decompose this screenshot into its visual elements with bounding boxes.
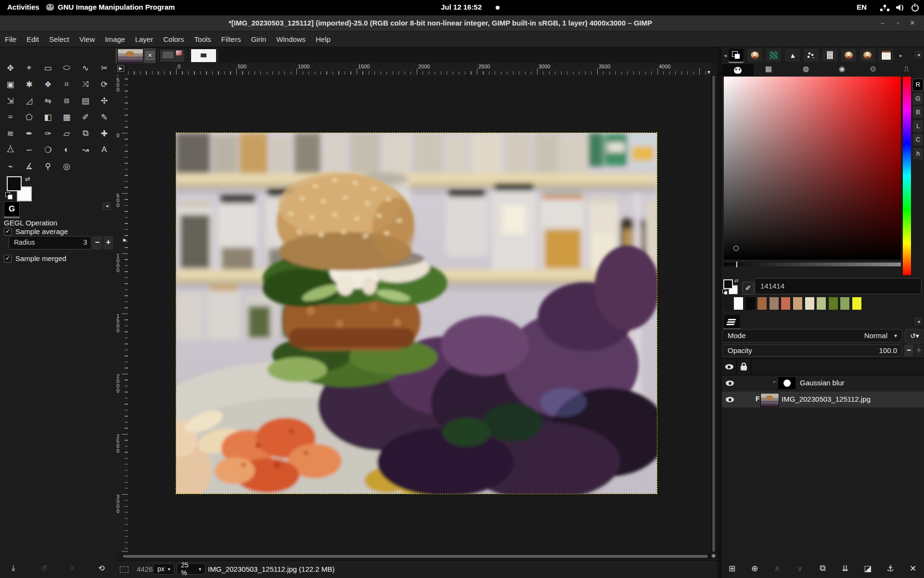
menu-help[interactable]: Help (312, 33, 334, 45)
dock-tab-images[interactable] (879, 49, 894, 62)
channel-button-L[interactable]: L (913, 120, 923, 132)
opacity-slider[interactable]: Opacity 100.0 (722, 344, 902, 356)
duplicate-layer-button[interactable]: ⧉ (815, 564, 830, 573)
lock-column-header[interactable] (736, 359, 751, 375)
color-tab-palette[interactable]: ⊙ (870, 65, 876, 73)
menu-view[interactable]: View (76, 33, 99, 45)
image-tab-burger[interactable]: ✕ (116, 48, 156, 63)
layers-dialog-tab[interactable] (724, 315, 740, 328)
horizontal-scrollbar[interactable] (122, 554, 711, 559)
color-value-slider[interactable] (724, 263, 901, 266)
tool-blur-sharpen[interactable]: ❍ (38, 142, 57, 158)
activities-button[interactable]: Activities (7, 3, 39, 11)
delete-layer-button[interactable]: ✕ (906, 564, 920, 574)
opacity-decrease-button[interactable]: − (904, 344, 913, 356)
tool-shear[interactable]: ◿ (20, 92, 38, 109)
tool-text[interactable]: A (95, 142, 114, 158)
tool-options-collapse-button[interactable]: ◂ (103, 202, 111, 210)
channel-button-h[interactable]: h (913, 148, 923, 159)
default-colors-icon[interactable] (5, 192, 10, 197)
dock-tab-fonts[interactable] (822, 49, 837, 62)
ruler-corner-button[interactable] (116, 63, 128, 75)
volume-icon[interactable] (896, 4, 900, 11)
tool-select-by-color[interactable]: ❖ (38, 76, 57, 92)
dock-tab-brushes[interactable] (747, 49, 762, 62)
radius-increase-button[interactable]: + (103, 236, 113, 250)
color-tab-cmyk[interactable]: ▦ (765, 65, 772, 73)
color-swatch[interactable] (746, 297, 755, 310)
delete-tool-preset-button[interactable]: ✕ (69, 564, 76, 573)
opacity-increase-button[interactable]: + (914, 344, 924, 356)
tool-mypaint-brush[interactable]: ✑ (38, 125, 57, 142)
tool-align[interactable]: ⌖ (20, 60, 38, 76)
dock-tab-brushes-2[interactable] (841, 49, 856, 62)
visibility-column-header[interactable] (722, 359, 737, 375)
layer-row-image[interactable]: F IMG_20230503_125112.jpg (722, 392, 924, 407)
image-tab-screenshot-dark[interactable] (157, 48, 187, 63)
language-indicator[interactable]: EN (857, 3, 867, 11)
tool-dodge-burn[interactable]: ◐ (57, 142, 76, 158)
save-tool-preset-button[interactable]: ⤓ (12, 564, 15, 572)
tool-fuzzy-select[interactable]: ✱ (20, 76, 38, 92)
pick-screen-color-button[interactable]: ✐ (742, 282, 754, 295)
image-tab-screenshot-white[interactable] (189, 48, 218, 63)
tool-warp-transform[interactable]: ≈ (1, 109, 20, 125)
lower-layer-button[interactable]: ∨ (793, 564, 807, 574)
tool-cage-transform[interactable]: ⬠ (20, 109, 38, 125)
hex-color-input[interactable]: 141414 (755, 278, 922, 294)
dock-tabs-scroll-right-icon[interactable]: ▸ (898, 52, 904, 59)
color-swatch[interactable] (840, 297, 849, 310)
menu-colors[interactable]: Colors (159, 33, 188, 45)
dock-menu-button[interactable]: ◂ (915, 51, 922, 58)
menu-windows[interactable]: Windows (272, 33, 309, 45)
menu-tools[interactable]: Tools (191, 33, 215, 45)
menu-image[interactable]: Image (101, 33, 129, 45)
color-swatch[interactable] (781, 297, 790, 310)
channel-button-B[interactable]: B (913, 106, 923, 118)
tool-clone[interactable]: ⧉ (76, 125, 95, 142)
tool-paint-select[interactable]: ◎ (57, 158, 76, 174)
tool-free-select[interactable]: ∿ (76, 60, 95, 76)
swap-colors-small-icon[interactable]: ⇄ (734, 278, 738, 283)
minimize-button[interactable]: – (877, 18, 888, 28)
menu-file[interactable]: File (1, 33, 20, 45)
dock-tab-document-history[interactable] (804, 49, 819, 62)
dock-tab-fg-bg-colors[interactable] (729, 49, 744, 62)
channel-button-G[interactable]: G (913, 93, 923, 105)
tool-paintbrush[interactable]: ✐ (76, 109, 95, 125)
tool-handle-transform[interactable]: ✣ (95, 92, 114, 109)
color-swatch[interactable] (805, 297, 814, 310)
menu-girin[interactable]: Girin (247, 33, 270, 45)
tool-ink[interactable]: ✒ (20, 125, 38, 142)
tool-ellipse-select[interactable]: ⬭ (57, 60, 76, 76)
foreground-color-swatch[interactable] (7, 176, 22, 191)
tool-perspective[interactable]: ▤ (76, 92, 95, 109)
canvas-viewport[interactable] (128, 75, 711, 553)
tool-rotate[interactable]: ⟳ (95, 76, 114, 92)
raise-layer-button[interactable]: ∧ (770, 564, 784, 574)
color-swatch[interactable] (793, 297, 802, 310)
color-tab-gimp[interactable] (722, 64, 754, 76)
tool-bucket-fill[interactable]: ◧ (38, 109, 57, 125)
tool-3d-transform[interactable]: ⧈ (57, 92, 76, 109)
layer-visibility-toggle[interactable] (726, 397, 734, 402)
merge-down-button[interactable]: ⇊ (838, 564, 852, 574)
color-square[interactable] (724, 77, 901, 260)
dock-tab-brushes-3[interactable] (860, 49, 875, 62)
color-swatch[interactable] (817, 297, 826, 310)
reset-tool-options-button[interactable]: ⟲ (98, 564, 104, 573)
tool-measure[interactable]: ∡ (20, 158, 38, 174)
filter-expander[interactable]: ⌐ (773, 378, 777, 385)
layer-mode-row[interactable]: Mode Normal ▾ (722, 329, 902, 342)
new-layer-button[interactable]: ⊞ (725, 564, 739, 574)
color-tab-watercolor[interactable]: ◍ (803, 65, 809, 73)
sample-average-checkbox[interactable]: ✓ (4, 228, 12, 236)
color-swatch[interactable] (770, 297, 779, 310)
active-tool-badge[interactable]: G (4, 201, 20, 217)
close-image-icon[interactable]: ✕ (146, 52, 154, 60)
tool-perspective-clone[interactable]: ⧊ (1, 142, 20, 158)
layer-visibility-toggle[interactable] (726, 381, 734, 386)
dock-tabs-scroll-left-icon[interactable]: ◂ (722, 52, 729, 59)
menu-select[interactable]: Select (45, 33, 73, 45)
horizontal-scrollbar-thumb[interactable] (123, 555, 708, 558)
